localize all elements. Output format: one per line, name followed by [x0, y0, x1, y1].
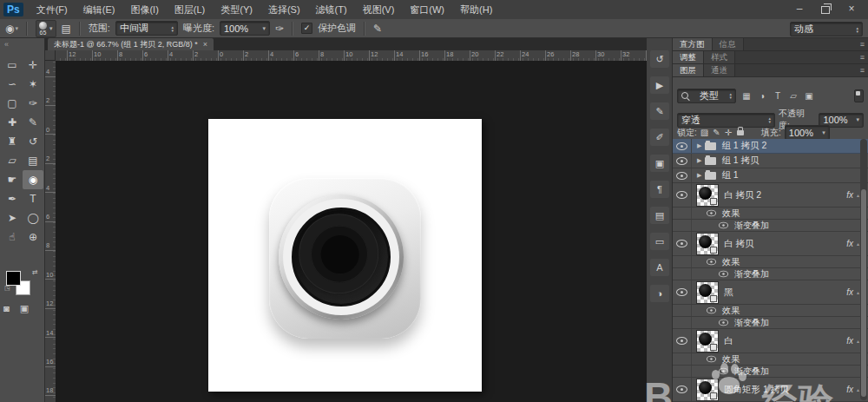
brush-presets-panel-icon[interactable]: ✐: [650, 129, 669, 146]
visibility-eye-icon[interactable]: [719, 222, 728, 229]
layer-effect-row[interactable]: 效果: [673, 256, 868, 268]
menu-item[interactable]: 文件(F): [29, 0, 76, 19]
visibility-cell[interactable]: [673, 183, 692, 207]
healing-brush-tool[interactable]: ✚: [2, 113, 23, 132]
exposure-select[interactable]: 100% ▾: [220, 21, 270, 36]
visibility-eye-icon[interactable]: [676, 386, 687, 393]
visibility-cell[interactable]: [673, 378, 692, 401]
zoom-tool[interactable]: ⊕: [23, 227, 43, 247]
menu-item[interactable]: 编辑(E): [76, 0, 123, 19]
airbrush-button[interactable]: ✑: [275, 23, 284, 35]
clone-source-panel-icon[interactable]: ▣: [650, 155, 669, 172]
layer-effect-row[interactable]: 渐变叠加: [673, 366, 868, 378]
workspace-select[interactable]: 动感 ▴▾: [790, 22, 863, 36]
panel-tab-图层[interactable]: 图层: [673, 64, 704, 76]
disclosure-triangle-icon[interactable]: ▶: [697, 142, 701, 149]
brush-panel-icon[interactable]: ✎: [650, 102, 669, 120]
visibility-eye-icon[interactable]: [707, 356, 716, 363]
swap-colors-icon[interactable]: ⇄: [32, 268, 38, 276]
filter-shape-layers-icon[interactable]: ▱: [786, 89, 800, 102]
filter-adjustment-layers-icon[interactable]: ◑: [755, 89, 769, 102]
quick-mask-button[interactable]: ◙: [3, 303, 10, 314]
document-tab[interactable]: 未标题-1 @ 66.7% (组 1 拷贝 2, RGB/8) * ×: [48, 38, 214, 50]
visibility-cell[interactable]: [673, 139, 692, 153]
restore-button[interactable]: [814, 2, 837, 16]
visibility-eye-icon[interactable]: [676, 288, 687, 296]
lock-option-icon[interactable]: ✎: [713, 128, 720, 137]
layer-row[interactable]: 白 拷贝 2fx▴: [673, 183, 868, 208]
panel-tab-调整[interactable]: 调整: [673, 51, 704, 63]
default-colors-icon[interactable]: ◳: [4, 285, 10, 292]
disclosure-triangle-icon[interactable]: ▶: [697, 172, 701, 179]
panel-menu-icon[interactable]: ≡: [860, 64, 865, 76]
actions-panel-icon[interactable]: ▶: [650, 76, 669, 94]
canvas-viewport[interactable]: [56, 61, 647, 402]
layer-thumbnail[interactable]: [696, 233, 719, 255]
hand-tool[interactable]: ☝: [2, 227, 23, 247]
toggle-brush-panel-button[interactable]: ▤: [62, 23, 71, 35]
adjustments-panel-icon[interactable]: ◑: [650, 285, 669, 302]
brush-tool[interactable]: ✎: [23, 113, 43, 132]
menu-item[interactable]: 视图(V): [355, 0, 403, 19]
visibility-cell[interactable]: [673, 154, 692, 168]
move-tool[interactable]: ✛: [23, 56, 43, 75]
scrollbar-thumb[interactable]: [861, 189, 866, 397]
visibility-eye-icon[interactable]: [676, 337, 687, 345]
layer-effect-row[interactable]: 渐变叠加: [673, 317, 868, 329]
fx-collapse-icon[interactable]: ▴: [857, 289, 859, 295]
fx-collapse-icon[interactable]: ▴: [857, 338, 859, 344]
protect-tones-checkbox[interactable]: ✓: [301, 23, 312, 34]
menu-item[interactable]: 窗口(W): [402, 0, 452, 19]
fill-select[interactable]: 100% ▾: [785, 125, 830, 140]
lock-option-icon[interactable]: ▨: [700, 128, 708, 137]
shape-tool[interactable]: ◯: [23, 208, 43, 227]
layer-effect-row[interactable]: 渐变叠加: [673, 268, 868, 280]
type-tool[interactable]: T: [23, 189, 43, 208]
brush-preset-picker[interactable]: 65 ▾: [36, 20, 56, 37]
layer-fx-badge[interactable]: fx▴: [846, 385, 859, 394]
visibility-eye-icon[interactable]: [707, 259, 716, 266]
layer-effect-row[interactable]: 效果: [673, 208, 868, 220]
character-panel-icon[interactable]: A: [650, 259, 669, 276]
menu-item[interactable]: 类型(Y): [213, 0, 260, 19]
visibility-eye-icon[interactable]: [676, 172, 687, 180]
disclosure-triangle-icon[interactable]: ▶: [697, 157, 701, 164]
clone-stamp-tool[interactable]: ♜: [2, 132, 23, 151]
layer-row[interactable]: 圆角矩形 1 拷贝fx▴: [673, 378, 868, 402]
visibility-cell[interactable]: [673, 329, 692, 353]
filter-smart-objects-icon[interactable]: ▣: [802, 89, 816, 102]
panel-menu-icon[interactable]: ≡: [860, 38, 865, 50]
history-panel-icon[interactable]: ↺: [650, 50, 669, 68]
visibility-cell[interactable]: [673, 280, 692, 304]
layer-effect-row[interactable]: 效果: [673, 305, 868, 317]
history-brush-tool[interactable]: ↺: [23, 132, 43, 151]
layer-effect-row[interactable]: 效果: [673, 353, 868, 366]
toolbar-collapse-button[interactable]: «: [4, 40, 9, 49]
menu-item[interactable]: 选择(S): [260, 0, 308, 19]
document-canvas[interactable]: [208, 119, 482, 392]
document-tab-close-icon[interactable]: ×: [203, 40, 207, 49]
panel-tab-通道[interactable]: 通道: [704, 64, 735, 76]
dodge-tool[interactable]: ◉: [23, 170, 43, 189]
layer-row[interactable]: 白 拷贝fx▴: [673, 232, 868, 256]
lock-option-icon[interactable]: ✛: [725, 128, 732, 137]
layer-row[interactable]: 白fx▴: [673, 329, 868, 353]
lock-all-icon[interactable]: [737, 130, 744, 135]
path-selection-tool[interactable]: ➤: [2, 208, 23, 227]
visibility-eye-icon[interactable]: [676, 191, 687, 199]
lasso-tool[interactable]: ∽: [2, 75, 23, 94]
visibility-eye-icon[interactable]: [707, 210, 716, 217]
fx-collapse-icon[interactable]: ▴: [857, 192, 859, 198]
magic-wand-tool[interactable]: ✶: [23, 75, 43, 94]
screen-mode-button[interactable]: ▣: [20, 303, 29, 314]
layer-effect-row[interactable]: 渐变叠加: [673, 220, 868, 232]
filter-type-layers-icon[interactable]: T: [771, 89, 785, 102]
fx-collapse-icon[interactable]: ▴: [857, 241, 859, 247]
menu-item[interactable]: 帮助(H): [452, 0, 500, 19]
visibility-eye-icon[interactable]: [719, 368, 728, 375]
visibility-cell[interactable]: [673, 232, 692, 255]
layer-thumbnail[interactable]: [696, 379, 719, 401]
foreground-color-swatch[interactable]: [6, 271, 21, 286]
pen-tool[interactable]: ✒: [2, 189, 23, 208]
visibility-eye-icon[interactable]: [676, 157, 687, 165]
